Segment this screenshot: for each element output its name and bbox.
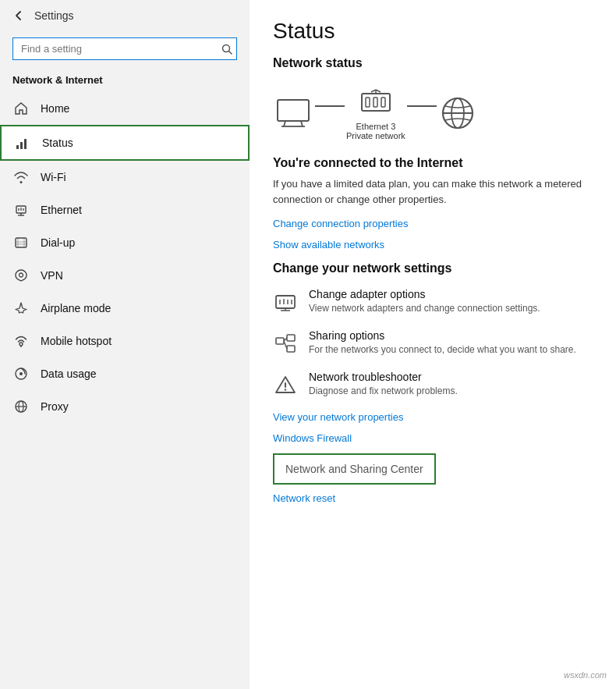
globe-icon [438, 94, 477, 133]
troubleshooter-title: Network troubleshooter [309, 371, 458, 383]
svg-rect-30 [366, 98, 370, 107]
sidebar-hotspot-label: Mobile hotspot [41, 335, 112, 347]
router-icon-wrap: Ethernet 3 Private network [346, 86, 405, 140]
svg-rect-5 [28, 137, 29, 137]
proxy-icon [12, 398, 30, 415]
svg-rect-12 [16, 238, 27, 247]
sidebar-airplane-label: Airplane mode [41, 302, 111, 314]
sidebar-item-dialup[interactable]: Dial-up [0, 226, 250, 259]
svg-point-17 [19, 273, 23, 277]
router-icon [359, 86, 393, 119]
firewall-link[interactable]: Windows Firewall [273, 432, 593, 444]
sidebar-vpn-label: VPN [41, 269, 63, 282]
adapter-icon [273, 289, 298, 314]
globe-icon-wrap [438, 94, 477, 133]
airplane-icon [12, 300, 30, 317]
svg-rect-25 [278, 100, 309, 121]
sidebar-item-home[interactable]: Home [0, 92, 250, 125]
svg-rect-4 [24, 139, 27, 149]
network-properties-link[interactable]: View your network properties [273, 411, 593, 423]
network-diagram: Ethernet 3 Private network [273, 86, 593, 140]
svg-line-27 [301, 121, 303, 126]
svg-rect-46 [276, 338, 284, 344]
wifi-icon [12, 169, 30, 186]
svg-point-18 [19, 343, 23, 346]
sidebar-wifi-label: Wi-Fi [41, 171, 66, 183]
svg-rect-32 [381, 98, 385, 107]
dialup-icon [12, 234, 30, 251]
troubleshooter-icon [273, 372, 298, 397]
svg-line-50 [284, 341, 287, 349]
sidebar-home-label: Home [41, 102, 69, 115]
nsc-label: Network and Sharing Center [285, 463, 423, 475]
sidebar-proxy-label: Proxy [41, 400, 69, 413]
sidebar-datausage-label: Data usage [41, 368, 97, 380]
sidebar-item-vpn[interactable]: VPN [0, 259, 250, 292]
svg-line-35 [376, 90, 381, 92]
search-icon-button[interactable] [221, 44, 232, 55]
sharing-icon [273, 331, 298, 356]
svg-rect-47 [287, 335, 295, 341]
sidebar-status-label: Status [42, 137, 73, 149]
vpn-icon [12, 267, 30, 284]
svg-line-1 [229, 51, 232, 54]
svg-rect-48 [287, 346, 295, 352]
watermark: wsxdn.com [564, 670, 607, 680]
sidebar-ethernet-label: Ethernet [41, 204, 82, 216]
computer-icon-wrap [273, 97, 313, 130]
net-line-1 [315, 105, 345, 107]
network-reset-link[interactable]: Network reset [273, 492, 593, 504]
sidebar-item-status[interactable]: Status [0, 125, 250, 161]
ethernet-icon [12, 201, 30, 218]
sidebar-app-title: Settings [34, 9, 74, 22]
home-icon [12, 100, 30, 117]
nsc-box[interactable]: Network and Sharing Center [273, 453, 436, 485]
svg-rect-3 [20, 142, 23, 149]
sidebar-item-ethernet[interactable]: Ethernet [0, 194, 250, 226]
sidebar: Settings Network & Internet Home [0, 0, 250, 689]
back-button[interactable] [12, 9, 25, 22]
search-input[interactable] [12, 37, 237, 60]
sharing-title: Sharing options [309, 329, 576, 342]
connected-heading: You're connected to the Internet [273, 156, 593, 170]
datausage-icon [12, 365, 30, 382]
adapter-title: Change adapter options [309, 288, 540, 300]
svg-rect-31 [373, 98, 377, 107]
sidebar-item-airplane[interactable]: Airplane mode [0, 292, 250, 325]
main-content: Status Network status [250, 0, 616, 689]
troubleshooter-text: Network troubleshooter Diagnose and fix … [309, 371, 458, 398]
sidebar-dialup-label: Dial-up [41, 236, 75, 249]
ethernet-label: Ethernet 3 Private network [346, 122, 405, 140]
status-icon [14, 134, 31, 151]
computer-icon [273, 97, 313, 130]
net-line-2 [407, 105, 437, 107]
sharing-text: Sharing options For the networks you con… [309, 329, 576, 357]
sidebar-header: Settings [0, 0, 250, 31]
troubleshooter-desc: Diagnose and fix network problems. [309, 385, 458, 398]
show-networks-link[interactable]: Show available networks [273, 239, 593, 250]
connected-desc: If you have a limited data plan, you can… [273, 176, 593, 207]
svg-rect-2 [16, 145, 19, 149]
change-settings-title: Change your network settings [273, 261, 593, 275]
search-container [0, 31, 250, 69]
sidebar-section-label: Network & Internet [0, 69, 250, 92]
sidebar-item-datausage[interactable]: Data usage [0, 357, 250, 390]
settings-item-sharing: Sharing options For the networks you con… [273, 329, 593, 357]
sidebar-item-hotspot[interactable]: Mobile hotspot [0, 325, 250, 357]
search-wrapper [12, 37, 237, 60]
adapter-text: Change adapter options View network adap… [309, 288, 540, 315]
sidebar-item-proxy[interactable]: Proxy [0, 390, 250, 423]
svg-line-34 [371, 90, 376, 92]
adapter-desc: View network adapters and change connect… [309, 302, 540, 315]
sidebar-item-wifi[interactable]: Wi-Fi [0, 161, 250, 194]
settings-item-adapter: Change adapter options View network adap… [273, 288, 593, 315]
sharing-desc: For the networks you connect to, decide … [309, 343, 576, 357]
svg-point-21 [19, 372, 23, 375]
settings-item-troubleshooter: Network troubleshooter Diagnose and fix … [273, 371, 593, 398]
change-connection-link[interactable]: Change connection properties [273, 218, 593, 229]
svg-line-26 [284, 121, 285, 126]
hotspot-icon [12, 332, 30, 350]
network-status-title: Network status [273, 56, 593, 70]
svg-point-52 [285, 389, 286, 390]
page-title: Status [273, 19, 593, 44]
